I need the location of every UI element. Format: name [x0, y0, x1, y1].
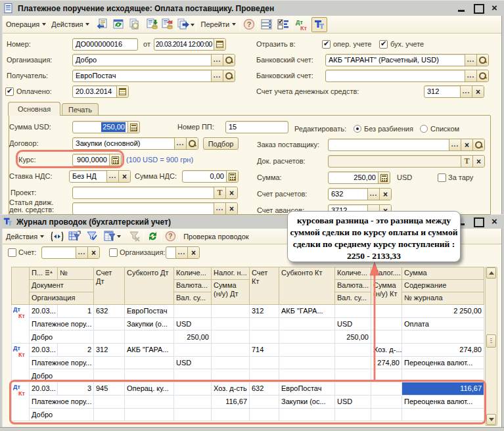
cell-kolich_kt[interactable]: USD [335, 317, 371, 330]
ellipsis-button[interactable]: ... [76, 247, 87, 258]
cell-subconto_dt[interactable] [125, 330, 174, 344]
oplacheno-checkbox[interactable] [5, 87, 14, 96]
cell-subconto_dt[interactable]: ЕвроПостач [125, 305, 174, 318]
cell-period[interactable]: 20.03... [30, 344, 58, 357]
cell-kolich_kt[interactable]: 250,00 [335, 330, 371, 344]
search-icon[interactable] [472, 139, 484, 150]
actions-menu-button[interactable]: Действия [49, 17, 92, 32]
cell-summa[interactable]: Переоценка валют... [402, 356, 484, 369]
cell-kolich_dt[interactable] [174, 344, 212, 357]
journal-row-2-line-1[interactable]: ДтКт20.03...2312АКБ "ГАРА...714Хоз. д-..… [12, 344, 484, 357]
oplacheno-date-input[interactable]: 20.03.2014 [72, 85, 129, 98]
cell-schet_dt[interactable] [94, 330, 125, 344]
cell-num[interactable]: 2 [58, 344, 94, 357]
cell-summa[interactable]: Переоценка валют... [402, 395, 484, 408]
cell-schet_kt[interactable] [250, 317, 279, 330]
cell-summa[interactable]: 116,67 [402, 382, 484, 396]
ellipsis-button[interactable]: ... [460, 86, 472, 97]
clear-icon[interactable]: × [472, 86, 484, 97]
clear-icon[interactable]: × [225, 203, 237, 214]
dok-raschetov-input[interactable]: T × [328, 155, 485, 168]
ellipsis-button[interactable]: ... [174, 138, 186, 149]
cell-nalog_dt[interactable] [212, 369, 250, 382]
maximize-icon[interactable] [473, 3, 483, 13]
cell-kolich_kt[interactable] [335, 356, 371, 369]
cell-nalog_kt[interactable] [371, 330, 402, 344]
subordination-structure-button[interactable] [260, 17, 274, 32]
cell-subconto_kt[interactable] [279, 330, 335, 344]
post-document-button[interactable] [145, 17, 159, 32]
cell-summa[interactable] [402, 369, 484, 382]
filter-sort-settings-button[interactable] [67, 229, 81, 244]
search-icon[interactable] [186, 138, 198, 149]
cell-document[interactable]: Платежное пору... [30, 317, 94, 330]
calendar-icon[interactable] [214, 39, 225, 50]
cell-summa[interactable] [402, 330, 484, 344]
cell-document[interactable]: Добро [30, 330, 94, 344]
cell-subconto_kt[interactable] [279, 408, 335, 421]
ellipsis-button[interactable]: ... [106, 171, 118, 182]
cell-kolich_kt[interactable] [335, 305, 371, 318]
cell-subconto_kt[interactable] [279, 356, 335, 369]
calculator-icon[interactable] [378, 172, 390, 183]
clear-icon[interactable]: × [187, 247, 199, 258]
journal-row-1-line-3[interactable]: Добро250,00250,00 [12, 330, 484, 344]
organizaciya-filter-checkbox[interactable] [109, 248, 118, 257]
zakaz-input[interactable]: ... × [328, 139, 485, 151]
cell-nalog_dt[interactable] [212, 344, 250, 357]
tab-osnovnaya[interactable]: Основная [8, 102, 60, 116]
goto-menu-button[interactable]: Перейти [198, 17, 239, 32]
cell-period[interactable]: 20.03... [30, 382, 58, 396]
cell-kolich_dt[interactable] [174, 305, 212, 318]
journal-row-2-line-3[interactable]: Добро [12, 369, 484, 382]
stavka-nds-input[interactable]: Без НД ... × [69, 170, 131, 183]
cell-kolich_kt[interactable]: USD [335, 395, 371, 408]
tab-pechat[interactable]: Печать [62, 103, 99, 116]
cell-subconto_kt[interactable]: АКБ "ГАРА... [279, 305, 335, 318]
cell-document[interactable]: Добро [30, 408, 94, 421]
cell-subconto_dt[interactable] [125, 356, 174, 369]
radio-spiskom[interactable] [420, 125, 428, 133]
cell-schet_dt[interactable]: 632 [94, 305, 125, 318]
cell-schet_dt[interactable] [94, 317, 125, 330]
schet-ucheta-input[interactable]: 312 ... × [424, 85, 484, 98]
cell-schet_dt[interactable] [94, 395, 125, 408]
cell-subconto_kt[interactable] [279, 317, 335, 330]
cell-kolich_dt[interactable] [174, 395, 212, 408]
cell-summa[interactable]: 274,80 [402, 344, 484, 357]
search-icon[interactable] [223, 70, 235, 81]
journal-row-2-line-2[interactable]: Платежное пору...USD274,80Переоценка вал… [12, 356, 484, 369]
za-taru-checkbox[interactable] [438, 173, 446, 182]
clear-icon[interactable]: × [379, 189, 391, 200]
cell-schet_kt[interactable] [250, 408, 279, 421]
calculator-icon[interactable] [127, 122, 139, 133]
refresh-button[interactable] [145, 229, 160, 244]
schet-filter-checkbox[interactable] [8, 248, 16, 257]
buh-uchet-checkbox[interactable] [379, 40, 388, 49]
nomer-pp-input[interactable]: 15 [225, 121, 288, 133]
cell-subconto_dt[interactable]: АКБ "ГАРА... [125, 344, 174, 357]
schet-filter-input[interactable]: ... × [41, 246, 100, 259]
cell-nalog_dt[interactable] [212, 408, 250, 421]
cell-num[interactable]: 1 [58, 305, 94, 318]
cell-nalog_kt[interactable] [371, 382, 402, 396]
cell-nalog_dt[interactable] [212, 330, 250, 344]
statya-input[interactable]: ... × [72, 202, 238, 215]
cell-nalog_kt[interactable] [371, 317, 402, 330]
cell-subconto_dt[interactable]: Закупки (о... [125, 317, 174, 330]
cell-schet_kt[interactable] [250, 395, 279, 408]
journal-row-1-line-2[interactable]: Платежное пору...Закупки (о...USDUSDОпла… [12, 317, 484, 330]
unpost-document-button[interactable] [160, 17, 174, 32]
maximize-icon[interactable] [473, 217, 483, 227]
organizaciya-input[interactable]: Добро ... [72, 54, 235, 66]
summa-input[interactable]: 250,00 [328, 171, 390, 184]
cell-nalog_kt[interactable] [371, 395, 402, 408]
nomer-input[interactable]: ДО000000016 [72, 38, 138, 51]
poluchatel-input[interactable]: ЕвроПостач ... [72, 70, 235, 82]
help-button[interactable]: ? [163, 229, 177, 244]
cell-subconto_kt[interactable]: ЕвроПостач [279, 382, 335, 396]
filter-by-value-button[interactable] [85, 229, 99, 244]
cell-kolich_dt[interactable] [174, 369, 212, 382]
help-button[interactable]: ? [242, 17, 256, 32]
cell-schet_dt[interactable] [94, 369, 125, 382]
